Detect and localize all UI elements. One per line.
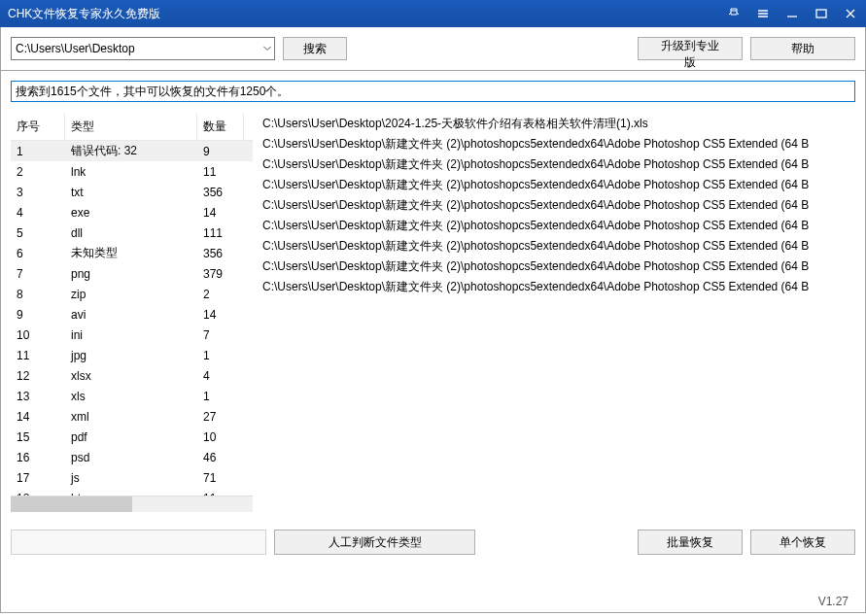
table-row[interactable]: 8zip2 <box>11 284 253 304</box>
table-row[interactable]: 2lnk11 <box>11 161 253 182</box>
menu-icon[interactable] <box>755 6 771 21</box>
table-row[interactable]: 11jpg1 <box>11 345 253 365</box>
list-item[interactable]: C:\Users\User\Desktop\新建文件夹 (2)\photosho… <box>260 277 855 297</box>
minimize-icon[interactable] <box>784 6 800 21</box>
cell-type: xml <box>65 410 197 424</box>
cell-type: lnk <box>65 165 197 179</box>
toolbar: 搜索 升级到专业版 帮助 <box>0 27 866 71</box>
cell-count: 14 <box>197 308 244 322</box>
version-label: V1.27 <box>818 595 849 608</box>
cell-count: 11 <box>197 165 244 179</box>
table-row[interactable]: 14xml27 <box>11 406 253 427</box>
cell-count: 46 <box>197 451 244 464</box>
path-input[interactable] <box>11 37 275 60</box>
col-header-count[interactable]: 数量 <box>197 114 244 140</box>
cell-type: txt <box>65 186 197 199</box>
cell-type: pdf <box>65 430 197 444</box>
table-row[interactable]: 1错误代码: 329 <box>11 141 253 161</box>
table-row[interactable]: 3txt356 <box>11 182 253 202</box>
single-recover-button[interactable]: 单个恢复 <box>750 530 855 555</box>
cell-count: 379 <box>197 267 244 281</box>
cell-count: 7 <box>197 328 244 342</box>
cell-num: 10 <box>11 328 65 342</box>
list-item[interactable]: C:\Users\User\Desktop\新建文件夹 (2)\photosho… <box>260 195 855 216</box>
cell-type: exe <box>65 206 197 220</box>
search-button[interactable]: 搜索 <box>283 37 347 60</box>
bottom-buttons: 人工判断文件类型 批量恢复 单个恢复 <box>11 530 855 555</box>
cell-type: zip <box>65 288 197 301</box>
col-header-num[interactable]: 序号 <box>11 114 65 140</box>
cell-num: 7 <box>11 267 65 281</box>
cell-num: 13 <box>11 390 65 403</box>
content-area: 序号 类型 数量 1错误代码: 3292lnk113txt3564exe145d… <box>0 71 866 613</box>
table-row[interactable]: 4exe14 <box>11 202 253 222</box>
cell-num: 14 <box>11 410 65 424</box>
file-list[interactable]: C:\Users\User\Desktop\2024-1.25-天极软件介绍有表… <box>260 114 855 512</box>
cell-type: ini <box>65 328 197 342</box>
table-row[interactable]: 12xlsx4 <box>11 365 253 386</box>
titlebar: CHK文件恢复专家永久免费版 <box>0 0 866 27</box>
table-row[interactable]: 10ini7 <box>11 325 253 345</box>
list-item[interactable]: C:\Users\User\Desktop\新建文件夹 (2)\photosho… <box>260 257 855 277</box>
app-title: CHK文件恢复专家永久免费版 <box>8 6 726 22</box>
cell-type: js <box>65 471 197 485</box>
list-item[interactable]: C:\Users\User\Desktop\新建文件夹 (2)\photosho… <box>260 154 855 175</box>
cell-count: 111 <box>197 226 244 240</box>
svg-rect-0 <box>816 10 826 17</box>
cell-num: 17 <box>11 471 65 485</box>
table-header: 序号 类型 数量 <box>11 114 253 141</box>
status-text[interactable] <box>11 81 855 102</box>
cell-num: 2 <box>11 165 65 179</box>
theme-icon[interactable] <box>726 6 742 21</box>
list-item[interactable]: C:\Users\User\Desktop\2024-1.25-天极软件介绍有表… <box>260 114 855 134</box>
type-table: 序号 类型 数量 1错误代码: 3292lnk113txt3564exe145d… <box>11 114 253 512</box>
batch-recover-button[interactable]: 批量恢复 <box>638 530 743 555</box>
cell-num: 6 <box>11 247 65 260</box>
horizontal-scrollbar[interactable] <box>11 496 253 512</box>
cell-num: 8 <box>11 288 65 301</box>
cell-num: 3 <box>11 186 65 199</box>
table-row[interactable]: 5dll111 <box>11 222 253 243</box>
table-row[interactable]: 6未知类型356 <box>11 243 253 263</box>
table-row[interactable]: 7png379 <box>11 263 253 284</box>
cell-count: 9 <box>197 145 244 158</box>
cell-type: 错误代码: 32 <box>65 143 197 159</box>
table-row[interactable]: 16psd46 <box>11 447 253 467</box>
cell-num: 15 <box>11 430 65 444</box>
list-item[interactable]: C:\Users\User\Desktop\新建文件夹 (2)\photosho… <box>260 216 855 236</box>
blank-panel <box>11 530 266 555</box>
cell-count: 71 <box>197 471 244 485</box>
maximize-icon[interactable] <box>814 6 829 21</box>
judge-type-button[interactable]: 人工判断文件类型 <box>274 530 475 555</box>
cell-count: 2 <box>197 288 244 301</box>
cell-type: xlsx <box>65 369 197 383</box>
cell-num: 11 <box>11 349 65 362</box>
cell-num: 1 <box>11 145 65 158</box>
cell-num: 16 <box>11 451 65 464</box>
cell-type: psd <box>65 451 197 464</box>
table-row[interactable]: 9avi14 <box>11 304 253 325</box>
close-icon[interactable] <box>843 6 858 21</box>
table-row[interactable]: 13xls1 <box>11 386 253 406</box>
cell-count: 1 <box>197 390 244 403</box>
cell-num: 9 <box>11 308 65 322</box>
table-row[interactable]: 15pdf10 <box>11 427 253 447</box>
window-controls <box>726 6 858 21</box>
cell-count: 10 <box>197 430 244 444</box>
cell-type: xls <box>65 390 197 403</box>
upgrade-button[interactable]: 升级到专业版 <box>638 37 743 60</box>
cell-num: 5 <box>11 226 65 240</box>
list-item[interactable]: C:\Users\User\Desktop\新建文件夹 (2)\photosho… <box>260 236 855 257</box>
col-header-type[interactable]: 类型 <box>65 114 197 140</box>
table-row[interactable]: 17js71 <box>11 467 253 488</box>
cell-count: 4 <box>197 369 244 383</box>
help-button[interactable]: 帮助 <box>750 37 855 60</box>
list-item[interactable]: C:\Users\User\Desktop\新建文件夹 (2)\photosho… <box>260 134 855 154</box>
list-item[interactable]: C:\Users\User\Desktop\新建文件夹 (2)\photosho… <box>260 175 855 195</box>
cell-num: 12 <box>11 369 65 383</box>
cell-num: 4 <box>11 206 65 220</box>
cell-count: 27 <box>197 410 244 424</box>
cell-type: 未知类型 <box>65 245 197 261</box>
cell-count: 1 <box>197 349 244 362</box>
cell-type: dll <box>65 226 197 240</box>
